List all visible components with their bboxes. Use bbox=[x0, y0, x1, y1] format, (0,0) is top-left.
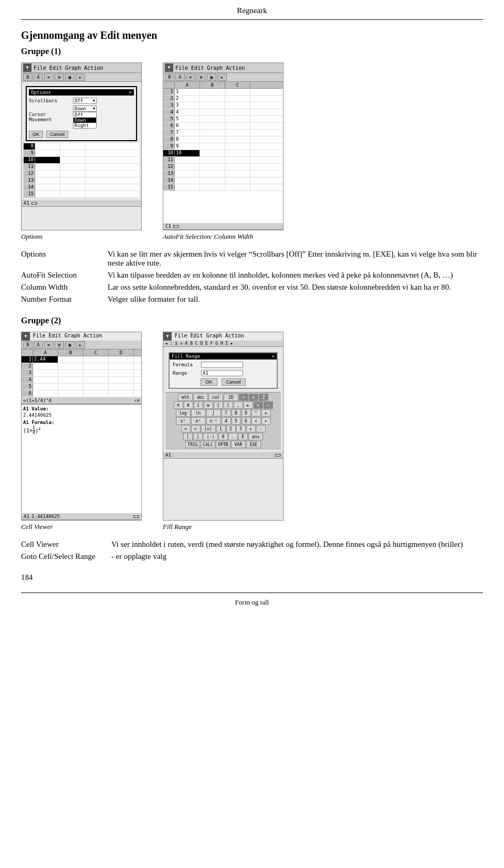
cell2-7-1[interactable] bbox=[200, 130, 225, 136]
kb-i[interactable]: i bbox=[194, 401, 203, 409]
cell2-15-2[interactable] bbox=[225, 184, 250, 190]
kb-2d[interactable]: 2D bbox=[224, 394, 238, 401]
kb-rbracket[interactable]: ] bbox=[193, 433, 203, 440]
cell2-5-2[interactable] bbox=[225, 116, 250, 122]
cell-14a[interactable] bbox=[35, 184, 60, 190]
kb-0[interactable]: 0 bbox=[218, 433, 228, 440]
kb-rbrace[interactable]: } bbox=[224, 401, 233, 409]
kb-pi[interactable]: π bbox=[174, 401, 183, 409]
cell2-8-1[interactable] bbox=[200, 136, 225, 143]
formula-input[interactable] bbox=[201, 362, 243, 368]
cell2-13-1[interactable] bbox=[200, 171, 225, 177]
cell2-8-2[interactable] bbox=[225, 136, 250, 143]
kb-5[interactable]: 5 bbox=[232, 417, 241, 425]
kb-z[interactable]: Z bbox=[259, 394, 268, 401]
kb-abs[interactable]: |x| bbox=[201, 425, 216, 432]
cell-15a[interactable] bbox=[35, 191, 60, 197]
cell-12b[interactable] bbox=[60, 171, 86, 177]
dropdown-item-right[interactable]: Right bbox=[74, 123, 96, 128]
dropdown-item-down[interactable]: Down bbox=[74, 118, 96, 123]
kb-ans[interactable]: ans bbox=[248, 433, 263, 440]
cell3-4a[interactable] bbox=[33, 377, 58, 383]
cell3-4b[interactable] bbox=[58, 377, 83, 383]
cell2-9-0[interactable]: 9 bbox=[175, 143, 200, 150]
fillrange-close-icon[interactable]: × bbox=[272, 354, 275, 359]
kb-trig[interactable]: TRIG bbox=[185, 441, 200, 448]
kb-9[interactable]: 9 bbox=[242, 409, 251, 417]
cell2-9-1[interactable] bbox=[200, 143, 225, 150]
cell2-5-0[interactable]: 5 bbox=[175, 116, 200, 122]
cell3-6a[interactable] bbox=[33, 390, 58, 397]
cell2-8-0[interactable]: 8 bbox=[175, 136, 200, 143]
cell2-15-0[interactable] bbox=[175, 184, 200, 190]
kb-log[interactable]: log bbox=[176, 409, 191, 417]
cell2-12-2[interactable] bbox=[225, 164, 250, 170]
cell3-5b[interactable] bbox=[58, 384, 83, 390]
kb-del-icon[interactable]: × bbox=[254, 401, 263, 409]
kb-right-arrow-icon[interactable]: ► bbox=[244, 401, 253, 409]
kb-6[interactable]: 6 bbox=[242, 417, 251, 425]
scrollbars-dropdown[interactable]: Off ▼ bbox=[73, 98, 97, 104]
kb-e[interactable]: E bbox=[238, 433, 248, 440]
cell3-1d[interactable] bbox=[109, 356, 134, 363]
cell2-15-1[interactable] bbox=[200, 184, 225, 190]
kb-x-icon[interactable]: × bbox=[239, 394, 248, 401]
cell3-5a[interactable] bbox=[33, 384, 58, 390]
cell-9a[interactable] bbox=[35, 150, 60, 156]
cell2-2-2[interactable] bbox=[225, 96, 250, 102]
cell2-11-0[interactable] bbox=[175, 157, 200, 163]
kb-omega[interactable]: ω bbox=[204, 401, 213, 409]
cell3-2a[interactable] bbox=[33, 363, 58, 369]
cell3-3a[interactable] bbox=[33, 370, 58, 376]
cell2-4-2[interactable] bbox=[225, 109, 250, 115]
cell-11b[interactable] bbox=[60, 164, 86, 170]
cell2-1-0[interactable]: 1 bbox=[175, 89, 200, 95]
cell3-5c[interactable] bbox=[83, 384, 109, 390]
kb-mult-icon[interactable]: × bbox=[251, 417, 261, 425]
cell3-1a[interactable]: 2.44 bbox=[33, 356, 58, 363]
cancel-button[interactable]: Cancel bbox=[46, 131, 68, 138]
cell2-6-1[interactable] bbox=[200, 123, 225, 129]
cell2-2-0[interactable]: 2 bbox=[175, 96, 200, 102]
cell2-11-1[interactable] bbox=[200, 157, 225, 163]
cell2-13-0[interactable] bbox=[175, 171, 200, 177]
cell2-10-0[interactable]: 10 bbox=[175, 150, 200, 156]
cell2-3-2[interactable] bbox=[225, 102, 250, 109]
kb-8[interactable]: 8 bbox=[232, 409, 241, 417]
kb-plus-icon[interactable]: + bbox=[249, 394, 258, 401]
kb-lbrace[interactable]: { bbox=[214, 401, 223, 409]
cell2-4-1[interactable] bbox=[200, 109, 225, 115]
cell-12a[interactable] bbox=[35, 171, 60, 177]
kb-dot[interactable]: . bbox=[228, 433, 238, 440]
kb-optn[interactable]: OPTN bbox=[216, 441, 230, 448]
cell3-4d[interactable] bbox=[109, 377, 134, 383]
kb-gt[interactable]: > bbox=[191, 425, 201, 432]
kb-caret[interactable]: ^ bbox=[251, 409, 261, 417]
cell2-1-1[interactable] bbox=[200, 89, 225, 95]
cell3-6b[interactable] bbox=[58, 390, 83, 397]
cell2-10-2[interactable] bbox=[225, 150, 250, 156]
kb-4[interactable]: 4 bbox=[222, 417, 231, 425]
cell-11a[interactable] bbox=[35, 164, 60, 170]
cell-10b[interactable] bbox=[60, 157, 86, 163]
cell2-14-1[interactable] bbox=[200, 177, 225, 184]
cell3-2d[interactable] bbox=[109, 363, 134, 369]
kb-equals[interactable]: = bbox=[261, 409, 271, 417]
cell2-5-1[interactable] bbox=[200, 116, 225, 122]
cell2-9-2[interactable] bbox=[225, 143, 250, 150]
cell2-6-2[interactable] bbox=[225, 123, 250, 129]
cell2-12-0[interactable] bbox=[175, 164, 200, 170]
cell3-4c[interactable] bbox=[83, 377, 109, 383]
cell3-2b[interactable] bbox=[58, 363, 83, 369]
kb-neg[interactable]: (-) bbox=[203, 433, 218, 440]
range-input[interactable]: A1 bbox=[201, 370, 243, 376]
kb-7[interactable]: 7 bbox=[222, 409, 231, 417]
kb-ln[interactable]: ln bbox=[191, 409, 206, 417]
cell3-6d[interactable] bbox=[109, 390, 134, 397]
cell-8a[interactable] bbox=[35, 143, 60, 150]
cell3-3b[interactable] bbox=[58, 370, 83, 376]
cell2-14-2[interactable] bbox=[225, 177, 250, 184]
cell-10a[interactable] bbox=[35, 157, 60, 163]
kb-ex[interactable]: eˣ bbox=[191, 417, 206, 425]
cell2-7-0[interactable]: 7 bbox=[175, 130, 200, 136]
